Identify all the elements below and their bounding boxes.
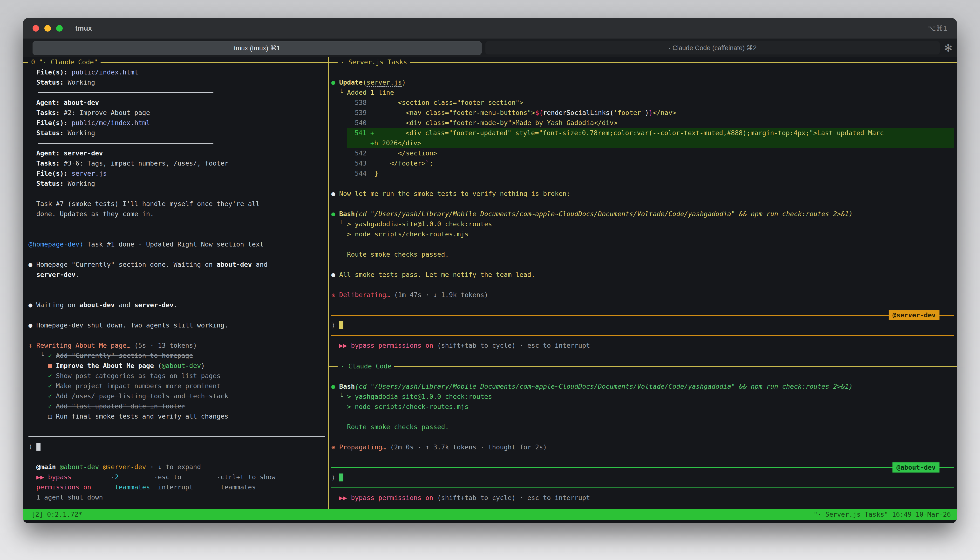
window-title: tmux: [75, 24, 92, 32]
terminal-line: File(s): public/index.html: [28, 67, 325, 77]
terminal-line: [331, 300, 954, 310]
terminal-line: Status: Working: [28, 178, 325, 189]
terminal-window: tmux ⌥⌘1 tmux (tmux) ⌘1 · Claude Code (c…: [23, 18, 957, 523]
terminal-line: ▶▶ bypass permissions on (shift+tab to c…: [331, 493, 954, 503]
terminal-line: └ ✓ Add "Currently" section to homepage: [28, 351, 325, 361]
terminal-line: > node scripts/check-routes.mjs: [331, 402, 954, 412]
terminal-line: ● Update(server.js): [331, 77, 954, 87]
terminal-line: 538 <section class="footer-section">: [331, 98, 954, 108]
pane-title-main: 0 "· Claude Code": [28, 57, 100, 67]
terminal-line: [331, 178, 954, 189]
terminal-line: [331, 432, 954, 442]
terminal-line: ● All smoke tests pass. Let me notify th…: [331, 270, 954, 280]
pane-border-title: · Claude Code: [329, 361, 957, 371]
terminal-line: ✓ Show post categories as tags on list p…: [28, 371, 325, 381]
terminal-line: > node scripts/check-routes.mjs: [331, 229, 954, 239]
title-bar: tmux ⌥⌘1: [23, 18, 957, 39]
terminal-line: Route smoke checks passed.: [331, 422, 954, 432]
terminal-line: [28, 280, 325, 290]
prompt-input[interactable]: ⟩: [28, 442, 325, 452]
terminal-line: server-dev.: [28, 270, 325, 280]
separator: [28, 432, 325, 442]
rule-line: [28, 457, 325, 457]
terminal-line: [331, 280, 954, 290]
text-cursor: [37, 443, 40, 451]
terminal-line: ✳ Rewriting About Me page… (5s · 13 toke…: [28, 340, 325, 351]
separator: [28, 452, 325, 462]
markdown-divider: [38, 92, 213, 93]
terminal-line: +h 2026</div>: [347, 138, 954, 148]
terminal-line: @main @about-dev @server-dev · ↓ to expa…: [28, 462, 325, 472]
rule-line: [331, 487, 954, 488]
terminal-line: 540 <div class="footer-made-by">Made by …: [331, 118, 954, 128]
text-cursor: [339, 321, 343, 329]
window-footer-strip: [23, 520, 957, 523]
terminal-line: Route smoke checks passed.: [331, 249, 954, 260]
agent-badge-server-dev: @server-dev: [889, 310, 940, 320]
pane-serverjs-tasks: · Server.js Tasks ● Update(server.js) └ …: [329, 57, 957, 361]
terminal-line: ● Now let me run the smoke tests to veri…: [331, 189, 954, 199]
pane-border-title: · Server.js Tasks: [329, 57, 957, 67]
agent-badge-about-dev: @about-dev: [893, 462, 940, 473]
terminal-line: ✳ Propagating… (2m 0s · ↑ 3.7k tokens · …: [331, 442, 954, 452]
terminal-line: [331, 371, 954, 382]
terminal-line: ● Homepage "Currently" section done. Wai…: [28, 260, 325, 270]
prompt-input[interactable]: ⟩: [331, 473, 954, 483]
status-pane-title-clock: "· Server.js Tasks" 16:49 10-Mar-26: [814, 511, 951, 518]
terminal-line: [28, 310, 325, 320]
terminal-line: 543 </footer>`;: [331, 158, 954, 168]
terminal-line: @homepage-dev⟩ Task #1 done - Updated Ri…: [28, 239, 325, 249]
terminal-line: 539 <nav class="footer-menu-buttons">${r…: [331, 108, 954, 118]
terminal-line: 542 </section>: [331, 148, 954, 158]
terminal-line: Task #7 (smoke tests) I'll handle myself…: [28, 199, 325, 209]
rule-line: [331, 467, 893, 468]
terminal-line: □ Run final smoke tests and verify all c…: [28, 411, 325, 422]
terminal-line: Tasks: #2: Improve About page: [28, 108, 325, 118]
agent-badge-about-dev: @about-dev: [331, 462, 954, 473]
pane-title-serverjs-tasks: · Server.js Tasks: [338, 57, 410, 67]
terminal-line: [28, 249, 325, 260]
terminal-line: permissions on teammates interrupt teamm…: [28, 482, 325, 492]
prompt-chevron-icon: ⟩: [331, 474, 339, 481]
status-session-windows[interactable]: [2] 0:2.1.72*: [31, 511, 82, 518]
terminal-line: ✳ Deliberating… (1m 47s · ↓ 1.9k tokens): [331, 290, 954, 300]
terminal-line: [28, 189, 325, 199]
terminal-line: └ > yashgadodia-site@1.0.0 check:routes: [331, 392, 954, 402]
terminal-line: 544 }: [331, 168, 954, 178]
tab-claude-code[interactable]: · Claude Code (caffeinate) ⌘2: [485, 41, 940, 55]
separator: [331, 483, 954, 493]
terminal-line: [331, 260, 954, 270]
minimize-window-button[interactable]: [44, 25, 51, 32]
rule-line: [331, 315, 889, 316]
terminal-line: File(s): server.js: [28, 168, 325, 178]
terminal-line: [331, 199, 954, 209]
zoom-window-button[interactable]: [56, 25, 63, 32]
terminal-line: ■ Improve the About Me page (@about-dev): [28, 361, 325, 371]
terminal-content: 0 "· Claude Code" File(s): public/index.…: [23, 57, 957, 509]
terminal-line: [28, 219, 325, 229]
rule-line: [28, 437, 325, 437]
terminal-line: done. Updates as they come in.: [28, 209, 325, 219]
terminal-line: [28, 330, 325, 340]
window-shortcut-hint: ⌥⌘1: [928, 24, 947, 33]
terminal-line: 541 + <div class="footer-updated" style=…: [347, 128, 954, 138]
terminal-line: [331, 412, 954, 422]
terminal-line: Status: Working: [28, 128, 325, 138]
pane-claude-code-agent: · Claude Code ● Bash(cd "/Users/yash/Lib…: [329, 361, 957, 509]
tab-bar: tmux (tmux) ⌘1 · Claude Code (caffeinate…: [23, 39, 957, 57]
text-cursor: [339, 473, 343, 482]
prompt-input[interactable]: ⟩: [331, 320, 954, 330]
terminal-line: └ > yashgadodia-site@1.0.0 check:routes: [331, 219, 954, 229]
terminal-line: └ Added 1 line: [331, 87, 954, 98]
terminal-line: ▶▶ bypass permissions on (shift+tab to c…: [331, 340, 954, 351]
separator: [28, 138, 325, 148]
tab-tmux-label: tmux (tmux) ⌘1: [234, 44, 280, 52]
terminal-line: Status: Working: [28, 77, 325, 87]
terminal-line: ✓ Make project impact numbers more promi…: [28, 381, 325, 391]
terminal-line: ● Waiting on about-dev and server-dev.: [28, 300, 325, 310]
terminal-line: ● Bash(cd "/Users/yash/Library/Mobile Do…: [331, 382, 954, 392]
tab-tmux[interactable]: tmux (tmux) ⌘1: [33, 41, 482, 55]
activity-spinner-icon: ✻: [942, 42, 954, 54]
prompt-chevron-icon: ⟩: [28, 443, 37, 450]
close-window-button[interactable]: [33, 25, 39, 32]
